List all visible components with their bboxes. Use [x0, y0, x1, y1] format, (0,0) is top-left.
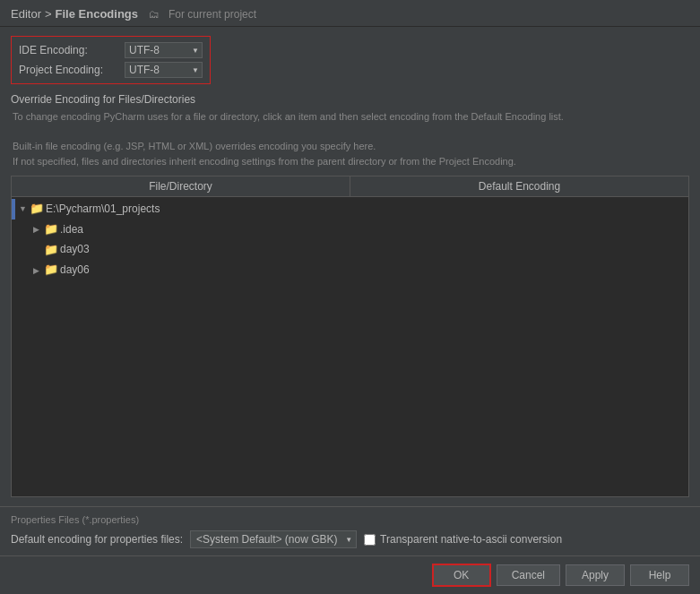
project-encoding-label: Project Encoding:: [19, 64, 117, 76]
toggle-expand-root[interactable]: ▼: [19, 202, 30, 215]
properties-encoding-select[interactable]: <System Default> (now GBK) UTF-8 GBK ISO…: [190, 530, 357, 548]
override-desc-line2: Built-in file encoding (e.g. JSP, HTML o…: [13, 139, 689, 154]
project-encoding-select[interactable]: UTF-8 GBK ISO-8859-1 US-ASCII: [125, 62, 203, 78]
override-desc-line3: If not specified, files and directories …: [13, 154, 689, 169]
toggle-expand-idea[interactable]: ▶: [33, 223, 44, 236]
apply-button[interactable]: Apply: [566, 564, 625, 586]
ok-button[interactable]: OK: [432, 564, 491, 587]
file-name-day03: day03: [60, 241, 90, 258]
folder-icon: 📁: [30, 200, 44, 219]
encoding-section: IDE Encoding: UTF-8 GBK ISO-8859-1 US-AS…: [11, 36, 211, 84]
scope-text: For current project: [169, 8, 256, 21]
table-header: File/Directory Default Encoding: [12, 176, 688, 197]
ide-encoding-row: IDE Encoding: UTF-8 GBK ISO-8859-1 US-AS…: [19, 42, 203, 58]
ide-encoding-select[interactable]: UTF-8 GBK ISO-8859-1 US-ASCII: [125, 42, 203, 58]
transparent-checkbox[interactable]: [364, 534, 376, 546]
left-indicator: [12, 199, 15, 220]
transparent-label: Transparent native-to-ascii conversion: [380, 533, 562, 546]
override-desc-line1: To change encoding PyCharm uses for a fi…: [13, 109, 689, 125]
table-row[interactable]: ▶ 📁 .idea: [12, 220, 688, 240]
properties-select-wrapper[interactable]: <System Default> (now GBK) UTF-8 GBK ISO…: [190, 530, 357, 548]
col-file-directory: File/Directory: [12, 176, 350, 196]
help-button[interactable]: Help: [630, 564, 689, 586]
table-row[interactable]: 📁 day03: [12, 240, 688, 261]
folder-icon: 📁: [44, 261, 58, 280]
transparent-checkbox-row: Transparent native-to-ascii conversion: [364, 533, 562, 546]
cancel-button[interactable]: Cancel: [497, 564, 560, 586]
project-encoding-row: Project Encoding: UTF-8 GBK ISO-8859-1 U…: [19, 62, 203, 78]
breadcrumb-current: File Encodings: [56, 7, 138, 21]
ide-encoding-label: IDE Encoding:: [19, 44, 117, 56]
override-title: Override Encoding for Files/Directories: [11, 93, 689, 106]
properties-section: Properties Files (*.properties) Default …: [0, 506, 700, 555]
table-row[interactable]: ▼ 📁 E:\Pycharm\01_projects: [12, 199, 688, 220]
table-row[interactable]: ▶ 📁 day06: [12, 260, 688, 280]
file-name-idea: .idea: [60, 221, 83, 238]
file-name-day06: day06: [60, 262, 90, 279]
table-body[interactable]: ▼ 📁 E:\Pycharm\01_projects ▶ 📁 .idea 📁: [12, 197, 688, 496]
scope-icon: 🗂: [149, 8, 160, 21]
override-desc: To change encoding PyCharm uses for a fi…: [11, 109, 689, 168]
folder-icon: 📁: [44, 241, 58, 260]
properties-row: Default encoding for properties files: <…: [11, 530, 689, 548]
properties-title: Properties Files (*.properties): [11, 514, 689, 525]
header: Editor > File Encodings 🗂 For current pr…: [0, 0, 700, 27]
button-bar: OK Cancel Apply Help: [0, 555, 700, 594]
col-default-encoding: Default Encoding: [350, 176, 688, 196]
file-table: File/Directory Default Encoding ▼ 📁 E:\P…: [11, 176, 689, 497]
breadcrumb-editor: Editor: [11, 7, 41, 21]
file-name-root: E:\Pycharm\01_projects: [46, 201, 160, 218]
breadcrumb-separator: >: [45, 7, 52, 21]
toggle-expand-day06[interactable]: ▶: [33, 264, 44, 277]
main-content: IDE Encoding: UTF-8 GBK ISO-8859-1 US-AS…: [0, 27, 700, 506]
ide-encoding-select-wrapper[interactable]: UTF-8 GBK ISO-8859-1 US-ASCII: [125, 42, 203, 58]
project-encoding-select-wrapper[interactable]: UTF-8 GBK ISO-8859-1 US-ASCII: [125, 62, 203, 78]
properties-label: Default encoding for properties files:: [11, 533, 183, 546]
settings-dialog: Editor > File Encodings 🗂 For current pr…: [0, 0, 700, 594]
folder-icon: 📁: [44, 220, 58, 239]
